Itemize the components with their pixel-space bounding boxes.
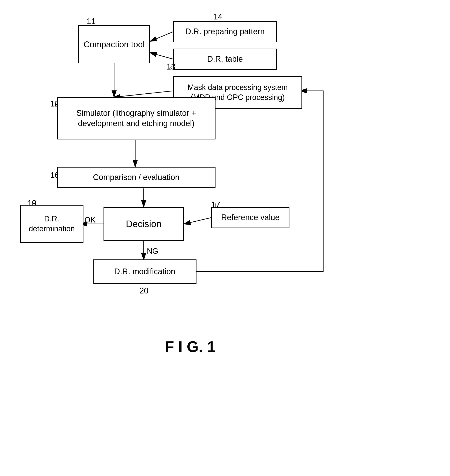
dr-modification-box: D.R. modification [93,259,196,284]
dr-determination-box: D.R.determination [20,205,83,243]
simulator-box: Simulator (lithography simulator +develo… [57,97,215,139]
diagram: 11 Compaction tool 14 D.R. preparing pat… [0,0,450,476]
label-20: 20 [139,286,148,295]
svg-line-2 [150,53,173,59]
svg-line-7 [184,218,211,224]
comparison-box: Comparison / evaluation [57,167,215,188]
reference-value-box: Reference value [211,207,290,228]
ok-label: OK [84,215,95,224]
figure-label: F I G. 1 [165,338,215,355]
svg-line-3 [114,91,173,97]
compaction-tool-box: Compaction tool [78,25,150,63]
svg-line-1 [150,32,173,41]
ng-label: NG [147,247,158,256]
dr-table-box: D.R. table [173,49,277,70]
dr-preparing-box: D.R. preparing pattern [173,21,277,42]
decision-box: Decision [104,207,184,241]
